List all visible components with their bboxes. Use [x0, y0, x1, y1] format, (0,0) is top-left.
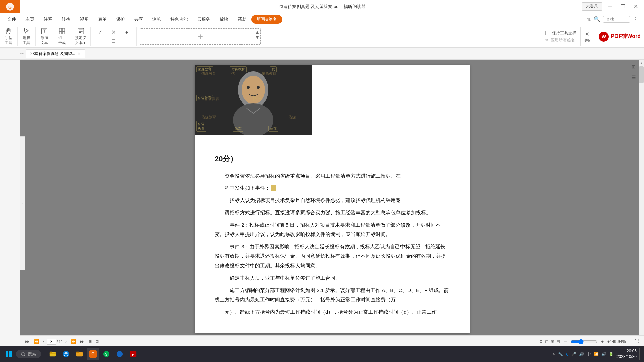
- minus-symbol-button[interactable]: ─: [94, 37, 106, 45]
- sign-dropdown-up[interactable]: ▲: [255, 29, 260, 34]
- prev-prev-button[interactable]: ⏪: [32, 338, 41, 345]
- taskbar-file-explorer[interactable]: [47, 348, 59, 360]
- taskbar-app2[interactable]: [114, 348, 126, 360]
- zoom-slider[interactable]: [571, 339, 597, 344]
- taskbar-search[interactable]: 搜索: [16, 350, 41, 358]
- zoom-out-button[interactable]: ─: [562, 338, 569, 345]
- pdf-to-word-button[interactable]: W PDF转Word: [599, 32, 641, 42]
- taskbar-folder[interactable]: [73, 348, 86, 360]
- pdf-tab[interactable]: 23造价案例真题 及期望... ✕: [26, 49, 85, 58]
- menu-share[interactable]: 共享: [129, 15, 148, 24]
- search-icon[interactable]: 🔍: [594, 16, 600, 22]
- taskbar-app3[interactable]: ▶: [127, 348, 139, 360]
- tray-battery[interactable]: 🔋: [609, 352, 614, 356]
- page-grid-button[interactable]: ⊡: [94, 339, 100, 344]
- restore-button[interactable]: ❐: [618, 2, 628, 12]
- page-number-input[interactable]: [47, 339, 56, 345]
- keep-tools-checkbox[interactable]: [545, 31, 550, 35]
- sign-separator[interactable]: —: [255, 40, 260, 45]
- tab-close-button[interactable]: ✕: [77, 51, 81, 56]
- select-tool-button[interactable]: 选择工具: [20, 27, 33, 46]
- next-page-button[interactable]: ›: [64, 338, 68, 345]
- more-icon[interactable]: ⋮: [633, 16, 638, 22]
- hand-tool-button[interactable]: 手型工具: [3, 27, 15, 46]
- tray-ime[interactable]: 中: [587, 351, 591, 357]
- sign-dropdown-down[interactable]: ▼: [255, 35, 260, 40]
- next-next-button[interactable]: ⏩: [69, 338, 78, 345]
- toolbar: 手型工具 选择工具 添加文本 组合成 预定义文本▼ ✓ ✕ ●: [0, 25, 644, 48]
- menu-features[interactable]: 特色功能: [166, 15, 193, 24]
- symbol-buttons-group: ✓ ✕ ● ─ □: [91, 27, 137, 46]
- sidebar-collapse-button[interactable]: ›: [20, 136, 25, 270]
- dot-symbol-button[interactable]: ●: [121, 28, 133, 36]
- clock-time: 20:05: [616, 348, 637, 354]
- svg-text:▶: ▶: [132, 353, 135, 356]
- tray-audio[interactable]: 🔊: [579, 352, 584, 356]
- menu-home[interactable]: 主页: [21, 15, 39, 24]
- show-desktop-button[interactable]: [639, 348, 641, 360]
- combine-label: 组合成: [58, 35, 66, 45]
- sign-close-button[interactable]: 关闭: [581, 27, 595, 46]
- add-text-button[interactable]: 添加文本: [38, 27, 50, 46]
- add-text-label: 添加文本: [41, 35, 48, 45]
- menu-sign[interactable]: 填写&签名: [251, 15, 282, 24]
- menubar: 文件 主页 注释 转换 视图 表单 保护 共享 浏览 特色功能 云服务 放映 帮…: [0, 13, 644, 25]
- folder-icon: [76, 350, 83, 358]
- minimize-button[interactable]: ─: [605, 2, 615, 12]
- taskbar-edge[interactable]: [60, 348, 72, 360]
- tray-wifi[interactable]: 📶: [594, 352, 599, 356]
- pdf-para-2: 程中发生如下事件：: [215, 183, 449, 193]
- check-symbol-button[interactable]: ✓: [94, 28, 106, 36]
- add-signature-button[interactable]: + ▲ ▼ —: [140, 28, 261, 45]
- menu-form[interactable]: 表单: [93, 15, 111, 24]
- titlebar: G 23造价案例真题 及期望答案.pdf - 福昕阅读器 未登录 ─ ❐ ✕: [0, 0, 644, 13]
- menu-protect[interactable]: 保护: [111, 15, 129, 24]
- menu-browse[interactable]: 浏览: [148, 15, 166, 24]
- menu-present[interactable]: 放映: [215, 15, 233, 24]
- last-page-button[interactable]: ⏭: [78, 338, 86, 345]
- close-label: 关闭: [584, 38, 592, 43]
- watermark-4: 佑森教育: [196, 95, 213, 101]
- tray-mic[interactable]: 🎤: [571, 352, 576, 356]
- menu-view[interactable]: 视图: [75, 15, 93, 24]
- system-clock[interactable]: 20:05 2023/10/30: [616, 348, 637, 360]
- pdf-content: 20分） 资金投资依法必须招标的省级重点项目。采用工程量清单方式进行施工招标。在…: [215, 152, 449, 317]
- login-button[interactable]: 未登录: [582, 2, 602, 11]
- search-input[interactable]: [603, 16, 630, 23]
- select-tool-group: 选择工具: [18, 27, 36, 46]
- menu-help[interactable]: 帮助: [233, 15, 251, 24]
- close-button[interactable]: ✕: [631, 2, 641, 12]
- first-page-button[interactable]: ⏮: [23, 338, 31, 345]
- menu-convert[interactable]: 转换: [57, 15, 75, 24]
- preset-text-button[interactable]: 预定义文本▼: [74, 27, 88, 46]
- combine-button[interactable]: 组合成: [56, 27, 68, 46]
- menu-annotate[interactable]: 注释: [39, 15, 57, 24]
- pdf-para-1: 资金投资依法必须招标的省级重点项目。采用工程量清单方式进行施工招标。在: [215, 171, 449, 181]
- prev-page-button[interactable]: ‹: [41, 338, 46, 345]
- taskbar-app1[interactable]: S: [100, 348, 112, 360]
- tray-volume[interactable]: 🔊: [601, 352, 606, 356]
- list-view-button[interactable]: ☰: [629, 73, 638, 82]
- watermark-1: 佑森教育: [196, 66, 213, 72]
- cross-symbol-button[interactable]: ✕: [107, 28, 119, 36]
- tray-app1[interactable]: 🔧: [558, 352, 563, 356]
- grid-view-button[interactable]: ⊞: [629, 62, 638, 71]
- menu-file[interactable]: 文件: [3, 15, 21, 24]
- menu-cloud[interactable]: 云服务: [193, 15, 215, 24]
- zoom-in-button[interactable]: +: [599, 338, 605, 345]
- start-button[interactable]: [3, 348, 15, 360]
- pdf-page: 佑森教育 佑森教育 代 佑森教育 佑森 佑森 佑森教育: [195, 65, 470, 333]
- pdf-scrollbar[interactable]: ▲ ▼: [639, 60, 644, 347]
- watermark-6: 佑森教育: [196, 121, 206, 132]
- scrollbar-up-button[interactable]: ▲: [639, 60, 644, 66]
- square-symbol-button[interactable]: □: [107, 37, 119, 45]
- system-tray: ∧ 🔧 e 🎤 🔊 中 📶 🔊 🔋 20:05 2023/10/30: [552, 348, 641, 360]
- page-thumbnail-button[interactable]: ⊟: [87, 339, 93, 344]
- page-navigation: ⏮ ⏪ ‹ / 11 › ⏩ ⏭ ⊟ ⊡: [23, 338, 100, 345]
- taskbar-foxitreader[interactable]: G: [87, 348, 99, 360]
- scrollbar-thumb[interactable]: [639, 66, 644, 83]
- tray-chevron[interactable]: ∧: [552, 352, 555, 356]
- tray-edge[interactable]: e: [566, 351, 569, 357]
- sign-add-area: + ▲ ▼ —: [137, 27, 541, 46]
- fit-page-button[interactable]: ⛶: [633, 338, 641, 345]
